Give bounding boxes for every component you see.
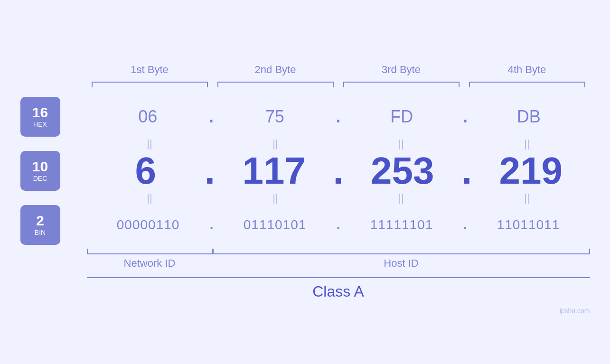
dot-hex-2: . [336,108,340,125]
watermark: ipshu.com [560,307,590,315]
byte-header-3: 3rd Byte [338,64,464,76]
dot-bin-1: . [210,218,214,232]
hex-row: 16 HEX 06 . 75 . FD . DB [20,97,590,137]
class-label: Class A [312,283,364,300]
bin-byte-2: 01110101 [213,217,336,233]
dec-byte-1: 6 [87,152,205,190]
bin-byte-4: 11011011 [467,217,590,233]
host-id-label: Host ID [213,257,590,270]
bin-row: 2 BIN 00000110 . 01110101 . 11111101 . 1… [20,205,590,245]
dec-byte-3: 253 [344,152,461,190]
dec-byte-2: 117 [215,152,333,190]
hex-byte-4: DB [468,107,590,127]
class-row: Class A [87,277,590,300]
hex-byte-3: FD [341,107,463,127]
byte-header-1: 1st Byte [87,64,213,76]
network-id-bracket [87,249,213,254]
equals-row-1: || || || || [87,137,590,151]
dec-badge: 10 DEC [20,151,60,191]
dot-dec-2: . [333,152,343,190]
bin-badge: 2 BIN [20,205,60,245]
hex-byte-1: 06 [87,107,209,127]
hex-badge: 16 HEX [20,97,60,137]
byte-header-4: 4th Byte [464,64,590,76]
network-id-label: Network ID [87,257,213,270]
dot-bin-3: . [463,218,467,232]
dot-bin-2: . [337,218,340,232]
dot-dec-3: . [461,152,472,190]
dec-row: 10 DEC 6 . 117 . 253 . 219 [20,151,590,191]
bin-byte-1: 00000110 [87,217,210,233]
byte-header-2: 2nd Byte [213,64,338,76]
dec-byte-4: 219 [472,152,590,190]
dot-dec-1: . [205,152,215,190]
hex-byte-2: 75 [214,107,336,127]
dot-hex-1: . [209,108,214,125]
bin-byte-3: 11111101 [340,217,463,233]
equals-row-2: || || || || [87,191,590,205]
host-id-bracket [213,249,590,254]
bottom-section: Network ID Host ID [87,249,590,270]
dot-hex-3: . [463,108,468,125]
